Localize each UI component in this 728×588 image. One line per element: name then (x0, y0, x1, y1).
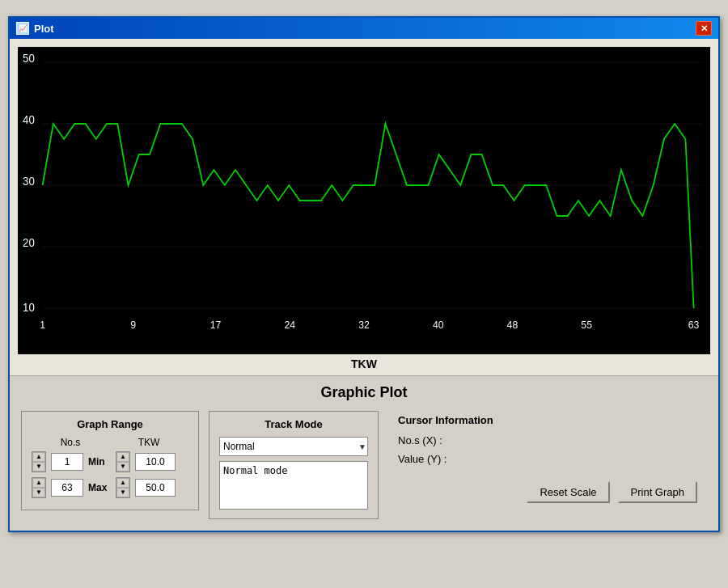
mode-description (219, 461, 368, 510)
app-icon: 📈 (16, 22, 29, 35)
nos-min-down[interactable]: ▼ (32, 462, 45, 472)
tkw-min-spinner[interactable]: ▲ ▼ (116, 451, 130, 472)
control-panel: Graphic Plot Graph Range No.s TKW ▲ ▼ Mi… (10, 376, 718, 531)
range-headers: No.s TKW (32, 437, 188, 448)
titlebar-left: 📈 Plot (16, 22, 54, 35)
nos-min-spinner[interactable]: ▲ ▼ (32, 451, 46, 472)
track-mode-section: Track Mode Normal Track Zoom ▼ (209, 411, 379, 519)
svg-text:63: 63 (688, 319, 700, 331)
max-label: Max (88, 482, 111, 493)
tkw-min-down[interactable]: ▼ (116, 462, 129, 472)
graph-range-title: Graph Range (32, 418, 188, 430)
nos-min-up[interactable]: ▲ (32, 452, 45, 462)
min-label: Min (88, 456, 111, 467)
print-graph-button[interactable]: Print Graph (618, 481, 697, 503)
cursor-info-section: Cursor Information No.s (X) : Value (Y) … (388, 411, 707, 506)
chart-area: 50 40 30 20 10 1 9 17 24 32 40 48 55 (10, 39, 718, 376)
track-mode-select[interactable]: Normal Track Zoom (219, 437, 368, 456)
chart-canvas: 50 40 30 20 10 1 9 17 24 32 40 48 55 (18, 47, 710, 354)
button-row: Reset Scale Print Graph (398, 481, 697, 503)
svg-text:1: 1 (40, 319, 45, 331)
tkw-min-up[interactable]: ▲ (116, 452, 129, 462)
value-y-label: Value (Y) : (398, 453, 447, 465)
panel-sections: Graph Range No.s TKW ▲ ▼ Min ▲ ▼ (21, 411, 707, 519)
tkw-max-up[interactable]: ▲ (116, 478, 129, 488)
chart-svg: 50 40 30 20 10 1 9 17 24 32 40 48 55 (18, 47, 710, 354)
nos-x-label: No.s (X) : (398, 434, 442, 446)
svg-text:20: 20 (23, 237, 35, 249)
close-button[interactable]: ✕ (696, 21, 712, 36)
svg-text:48: 48 (507, 319, 518, 331)
nos-min-input[interactable] (51, 453, 83, 471)
tkw-max-down[interactable]: ▼ (116, 488, 129, 497)
window-title: Plot (34, 23, 54, 35)
svg-text:40: 40 (23, 114, 35, 126)
reset-scale-button[interactable]: Reset Scale (527, 481, 609, 503)
titlebar: 📈 Plot ✕ (10, 18, 718, 39)
main-window: 📈 Plot ✕ 50 40 30 20 10 1 (8, 16, 720, 532)
nos-max-input[interactable] (51, 479, 83, 497)
chart-line (43, 124, 694, 308)
nos-max-down[interactable]: ▼ (32, 488, 45, 497)
track-mode-title: Track Mode (219, 418, 368, 430)
max-row: ▲ ▼ Max ▲ ▼ (32, 477, 188, 498)
nos-x-row: No.s (X) : (398, 434, 697, 446)
svg-text:32: 32 (358, 319, 370, 331)
value-y-row: Value (Y) : (398, 453, 697, 465)
tkw-max-spinner[interactable]: ▲ ▼ (116, 477, 130, 498)
svg-text:24: 24 (284, 319, 295, 331)
tkw-col-header: TKW (138, 437, 160, 448)
svg-text:30: 30 (23, 176, 35, 188)
svg-text:40: 40 (433, 319, 444, 331)
graph-range-section: Graph Range No.s TKW ▲ ▼ Min ▲ ▼ (21, 411, 199, 510)
nos-max-up[interactable]: ▲ (32, 478, 45, 488)
x-axis-label: TKW (18, 357, 710, 370)
svg-text:55: 55 (581, 319, 592, 331)
tkw-min-input[interactable] (135, 453, 176, 471)
svg-text:17: 17 (210, 319, 222, 331)
min-row: ▲ ▼ Min ▲ ▼ (32, 451, 188, 472)
svg-text:10: 10 (23, 302, 35, 314)
cursor-info-title: Cursor Information (398, 414, 697, 426)
track-mode-dropdown-wrapper: Normal Track Zoom ▼ (219, 437, 368, 456)
svg-text:9: 9 (130, 319, 136, 331)
tkw-max-input[interactable] (135, 479, 176, 497)
panel-title: Graphic Plot (21, 384, 707, 401)
svg-text:50: 50 (23, 53, 35, 65)
nos-max-spinner[interactable]: ▲ ▼ (32, 477, 46, 498)
nos-col-header: No.s (61, 437, 81, 448)
